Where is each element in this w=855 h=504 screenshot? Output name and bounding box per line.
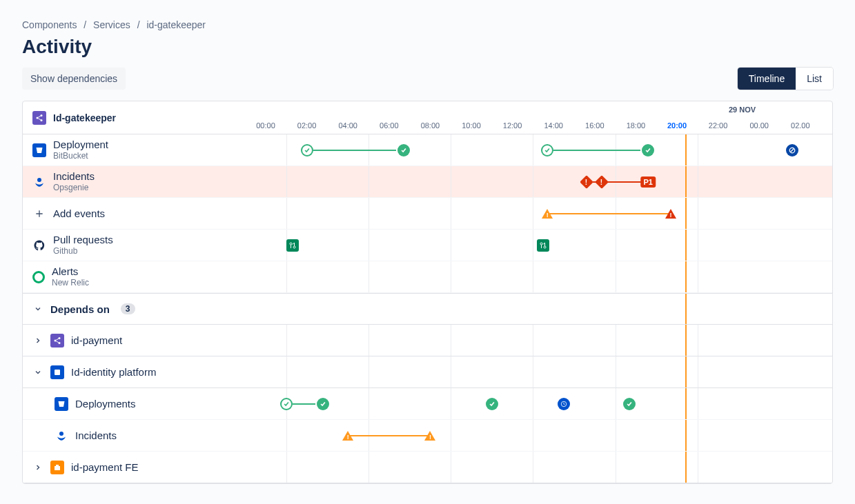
- depends-on-section[interactable]: Depends on3: [23, 293, 252, 325]
- timeline-marker[interactable]: [786, 144, 798, 157]
- newrelic-icon: [32, 271, 45, 283]
- row-title: id-payment FE: [71, 461, 139, 474]
- now-indicator: [685, 420, 687, 451]
- timeline-row: [252, 388, 832, 420]
- timeline-marker[interactable]: [317, 398, 329, 410]
- chevron-right-icon[interactable]: [32, 462, 43, 473]
- view-list-button[interactable]: List: [796, 68, 833, 90]
- tick: 18:00: [627, 121, 646, 130]
- service-icon: [50, 461, 64, 474]
- tick: 14:00: [544, 121, 563, 130]
- row-subtitle: Opsgenie: [53, 183, 95, 192]
- timeline-marker[interactable]: [541, 144, 553, 157]
- chevron-down-icon[interactable]: [32, 303, 43, 314]
- root-title: Id-gatekeeper: [53, 112, 116, 123]
- row-title: Deployment: [53, 139, 108, 151]
- timeline-row: [252, 325, 832, 356]
- root-row[interactable]: Id-gatekeeper: [23, 101, 252, 134]
- show-dependencies-button[interactable]: Show dependencies: [22, 68, 126, 90]
- row-incidents[interactable]: IncidentsOpsgenie: [23, 166, 252, 198]
- pr-marker[interactable]: [286, 239, 299, 252]
- pr-marker[interactable]: [537, 239, 549, 252]
- opsgenie-icon: [55, 429, 68, 443]
- view-timeline-button[interactable]: Timeline: [738, 68, 796, 90]
- svg-point-9: [59, 337, 61, 339]
- date-label: 29 NOV: [452, 105, 833, 114]
- timeline-row: !!: [252, 198, 832, 230]
- row-id-identity[interactable]: Id-identity platform: [23, 356, 252, 388]
- timeline-marker[interactable]: [558, 398, 570, 410]
- plus-icon: [32, 207, 46, 221]
- svg-point-6: [293, 246, 295, 248]
- svg-point-8: [544, 246, 546, 248]
- now-indicator: [685, 134, 687, 165]
- timeline-header: 29 NOV 00:0002:0004:0006:0008:0010:0012:…: [252, 101, 832, 134]
- svg-point-4: [37, 178, 41, 182]
- row-subtitle: New Relic: [52, 278, 89, 288]
- now-indicator: [685, 198, 687, 229]
- row-title: Alerts: [52, 265, 89, 278]
- svg-point-0: [41, 114, 43, 117]
- timeline-marker[interactable]: [623, 398, 636, 410]
- breadcrumb: Components / Services / id-gatekeeper: [22, 19, 833, 30]
- row-deployment[interactable]: DeploymentBitBucket: [23, 134, 252, 166]
- timeline-row: [252, 356, 832, 388]
- opsgenie-icon: [32, 175, 46, 189]
- row-pr[interactable]: Pull requestsGithub: [23, 230, 252, 261]
- tick: 00.00: [749, 121, 769, 130]
- svg-point-5: [290, 243, 292, 245]
- row-id-payment[interactable]: id-payment: [23, 325, 252, 356]
- page-title: Activity: [22, 36, 833, 58]
- svg-point-10: [55, 339, 57, 341]
- now-indicator: [685, 166, 687, 197]
- row-id-identity-incidents[interactable]: Incidents: [23, 420, 252, 452]
- row-subtitle: BitBucket: [53, 151, 108, 161]
- timeline-segment[interactable]: [547, 213, 671, 214]
- now-indicator: [685, 261, 687, 292]
- timeline-row: [252, 230, 832, 261]
- crumb-services[interactable]: Services: [93, 19, 130, 30]
- timeline-segment[interactable]: [547, 150, 648, 151]
- row-add[interactable]: Add events: [23, 198, 252, 230]
- tick: 02:00: [297, 121, 317, 130]
- now-indicator: [685, 356, 687, 387]
- share-icon: [50, 334, 64, 347]
- incident-marker[interactable]: !: [595, 175, 609, 189]
- timeline-marker[interactable]: [486, 398, 498, 410]
- row-title: Add events: [53, 208, 105, 220]
- tick: 22:00: [709, 121, 728, 130]
- svg-point-2: [41, 119, 43, 121]
- github-icon: [32, 239, 46, 252]
- crumb-sep: /: [83, 19, 86, 30]
- chevron-down-icon[interactable]: [32, 367, 43, 378]
- timeline-marker[interactable]: [280, 398, 293, 410]
- now-indicator: [685, 452, 687, 483]
- priority-badge[interactable]: P1: [641, 177, 656, 188]
- now-indicator: [685, 230, 687, 261]
- timeline-marker[interactable]: [642, 144, 654, 157]
- tick: 00:00: [256, 121, 275, 130]
- chevron-right-icon[interactable]: [32, 335, 43, 346]
- row-title: id-payment: [71, 334, 122, 347]
- tick: 12:00: [503, 121, 522, 130]
- bitbucket-icon: [32, 143, 46, 157]
- svg-point-7: [540, 243, 542, 245]
- row-id-identity-deploy[interactable]: Deployments: [23, 388, 252, 420]
- row-subtitle: Github: [53, 246, 113, 256]
- svg-point-11: [59, 342, 61, 344]
- depends-on-count: 3: [121, 303, 135, 314]
- incident-marker[interactable]: !: [580, 175, 593, 189]
- row-alerts[interactable]: AlertsNew Relic: [23, 261, 252, 293]
- timeline-row: [252, 134, 832, 166]
- timeline-row: [252, 293, 832, 325]
- timeline-segment[interactable]: [307, 150, 404, 151]
- svg-point-1: [37, 117, 39, 119]
- timeline-row: !!P1: [252, 166, 832, 198]
- share-icon: [32, 111, 46, 125]
- depends-on-label: Depends on: [50, 303, 110, 315]
- timeline-marker[interactable]: [301, 144, 313, 157]
- timeline-segment[interactable]: [348, 435, 430, 436]
- timeline-marker[interactable]: [397, 144, 410, 157]
- crumb-components[interactable]: Components: [22, 19, 77, 30]
- row-id-payment-fe[interactable]: id-payment FE: [23, 452, 252, 483]
